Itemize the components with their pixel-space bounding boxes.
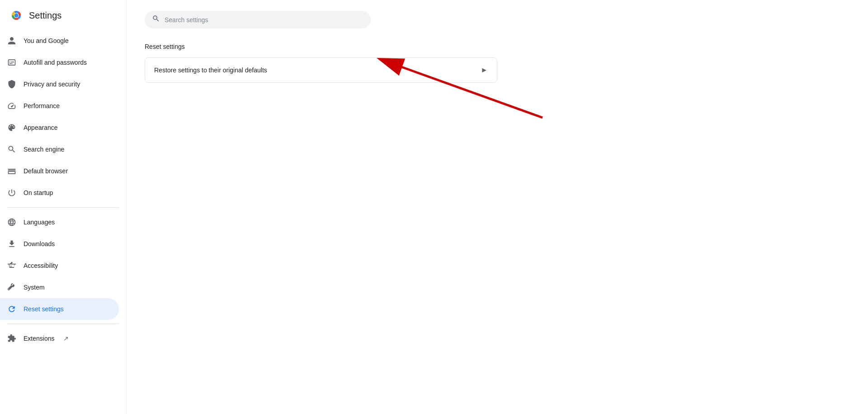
sidebar-label-you-and-google: You and Google [24, 37, 69, 44]
speed-icon [7, 101, 16, 110]
search-input[interactable] [165, 16, 363, 24]
puzzle-icon [7, 334, 16, 343]
sidebar-item-appearance[interactable]: Appearance [0, 117, 119, 138]
chrome-logo-icon [9, 8, 24, 23]
sidebar-item-extensions[interactable]: Extensions ↗ [0, 328, 119, 349]
main-content: Reset settings Restore settings to their… [127, 0, 868, 94]
sidebar-header: Settings [0, 0, 126, 30]
sidebar-label-default-browser: Default browser [24, 167, 68, 175]
search-bar-container [145, 11, 850, 29]
settings-card: Restore settings to their original defau… [145, 57, 497, 83]
accessibility-icon [7, 261, 16, 270]
sidebar-item-autofill[interactable]: Autofill and passwords [0, 52, 119, 73]
sidebar-label-languages: Languages [24, 219, 55, 226]
section-title: Reset settings [145, 43, 850, 50]
sidebar-item-system[interactable]: System [0, 276, 119, 298]
sidebar-item-languages[interactable]: Languages [0, 211, 119, 233]
nav-divider-2 [7, 324, 119, 324]
badge-icon [7, 58, 16, 67]
sidebar-label-search-engine: Search engine [24, 146, 64, 153]
sidebar-item-performance[interactable]: Performance [0, 95, 119, 117]
search-bar[interactable] [145, 11, 371, 29]
power-icon [7, 188, 16, 197]
sidebar-item-accessibility[interactable]: Accessibility [0, 255, 119, 276]
sidebar-label-on-startup: On startup [24, 189, 53, 196]
sidebar-label-privacy: Privacy and security [24, 81, 80, 88]
sidebar-label-system: System [24, 284, 45, 291]
sidebar-item-downloads[interactable]: Downloads [0, 233, 119, 255]
restore-defaults-label: Restore settings to their original defau… [154, 67, 267, 74]
restore-defaults-row[interactable]: Restore settings to their original defau… [145, 58, 497, 82]
sidebar-item-on-startup[interactable]: On startup [0, 182, 119, 204]
sidebar-item-search-engine[interactable]: Search engine [0, 138, 119, 160]
search-icon [152, 14, 160, 25]
sidebar: Settings You and Google Autofill and pas… [0, 0, 127, 414]
globe-icon [7, 218, 16, 227]
search-icon [7, 145, 16, 154]
sidebar-label-appearance: Appearance [24, 124, 58, 131]
sidebar-item-privacy[interactable]: Privacy and security [0, 73, 119, 95]
sidebar-label-performance: Performance [24, 102, 60, 109]
sidebar-label-autofill: Autofill and passwords [24, 59, 87, 66]
download-icon [7, 239, 16, 248]
sidebar-label-reset-settings: Reset settings [24, 305, 64, 313]
sidebar-item-reset-settings[interactable]: Reset settings [0, 298, 119, 320]
person-icon [7, 36, 16, 45]
wrench-icon [7, 283, 16, 292]
external-link-icon: ↗ [63, 335, 69, 342]
sidebar-item-default-browser[interactable]: Default browser [0, 160, 119, 182]
chevron-right-icon: ► [481, 66, 488, 74]
palette-icon [7, 123, 16, 132]
svg-point-2 [14, 14, 19, 18]
sidebar-label-extensions: Extensions [24, 335, 54, 342]
main-wrapper: Reset settings Restore settings to their… [127, 0, 868, 414]
reset-icon [7, 305, 16, 314]
sidebar-navigation: You and Google Autofill and passwords Pr… [0, 30, 126, 414]
sidebar-label-downloads: Downloads [24, 240, 55, 247]
sidebar-title: Settings [29, 10, 61, 21]
browser-icon [7, 167, 16, 176]
sidebar-item-you-and-google[interactable]: You and Google [0, 30, 119, 52]
shield-icon [7, 80, 16, 89]
sidebar-label-accessibility: Accessibility [24, 262, 58, 269]
nav-divider-1 [7, 207, 119, 208]
